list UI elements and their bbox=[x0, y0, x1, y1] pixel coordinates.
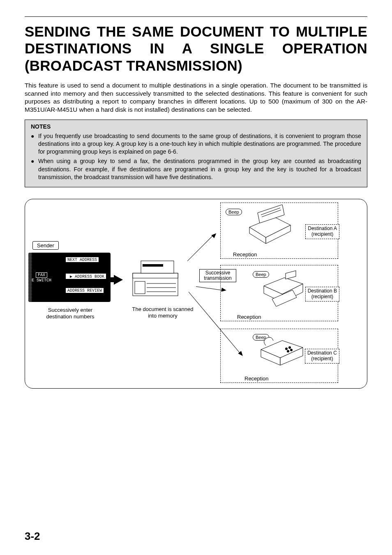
broadcast-diagram: Sender NEXT ADDRESS FAX E SWITCH ▶ ADDRE… bbox=[25, 199, 367, 389]
address-book-key: ▶ ADDRESS BOOK bbox=[65, 273, 106, 279]
destination-a-group: Beep Destination A (recipient) Reception bbox=[220, 203, 338, 259]
fax-machine-icon bbox=[262, 269, 307, 306]
destination-c-group: Beep Destination C (recipient) Reception bbox=[220, 329, 338, 383]
destination-a-label: Destination A (recipient) bbox=[305, 224, 339, 239]
switch-label: E SWITCH bbox=[32, 278, 51, 283]
svg-point-24 bbox=[287, 350, 289, 352]
fax-machine-icon bbox=[258, 333, 307, 370]
notes-heading: NOTES bbox=[31, 123, 361, 130]
svg-point-22 bbox=[285, 348, 288, 350]
arrowhead-icon bbox=[211, 232, 218, 238]
sender-label: Sender bbox=[32, 241, 59, 250]
reception-label: Reception bbox=[237, 314, 261, 320]
intro-paragraph: This feature is used to send a document … bbox=[25, 81, 367, 114]
control-panel: NEXT ADDRESS FAX E SWITCH ▶ ADDRESS BOOK… bbox=[28, 253, 111, 302]
notes-box: NOTES If you frequently use broadcasting… bbox=[25, 120, 367, 187]
fax-machine-icon bbox=[245, 205, 295, 246]
svg-rect-17 bbox=[286, 271, 296, 279]
reception-label: Reception bbox=[233, 251, 257, 258]
page-title: SENDING THE SAME DOCUMENT TO MULTIPLE DE… bbox=[25, 23, 367, 74]
next-address-key: NEXT ADDRESS bbox=[65, 257, 99, 263]
fax-tab: FAX bbox=[36, 272, 47, 278]
arrow-line bbox=[187, 235, 214, 261]
destination-c-label: Destination C (recipient) bbox=[305, 349, 339, 364]
svg-point-25 bbox=[290, 349, 293, 351]
svg-rect-1 bbox=[133, 273, 178, 278]
note-item: If you frequently use broadcasting to se… bbox=[31, 132, 361, 156]
arrow-line bbox=[196, 286, 224, 290]
scanner-icon bbox=[129, 257, 186, 302]
destination-b-group: Beep Destination B (recipient) Reception bbox=[220, 265, 338, 321]
destination-b-label: Destination B (recipient) bbox=[305, 287, 339, 302]
svg-rect-3 bbox=[143, 264, 163, 267]
scan-caption: The document is scanned into memory bbox=[128, 306, 198, 319]
svg-point-23 bbox=[288, 346, 291, 349]
address-review-key: ADDRESS REVIEW bbox=[65, 288, 104, 293]
panel-caption: Successively enter destination numbers bbox=[37, 307, 103, 320]
reception-label: Reception bbox=[244, 375, 269, 382]
svg-rect-2 bbox=[141, 261, 174, 273]
beep-label: Beep bbox=[226, 209, 242, 215]
note-item: When using a group key to send a fax, th… bbox=[31, 157, 361, 181]
arrow-icon bbox=[114, 275, 123, 285]
svg-rect-4 bbox=[135, 281, 145, 294]
